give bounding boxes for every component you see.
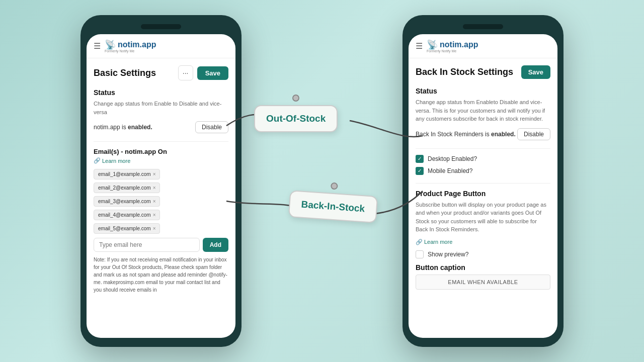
email-tag-close-3[interactable]: × xyxy=(153,199,156,204)
left-screen-content: Basic Settings ··· Save Status Change ap… xyxy=(87,58,235,338)
desktop-checkbox[interactable]: ✓ xyxy=(416,155,424,163)
left-status-text: notim.app is enabled. xyxy=(94,124,152,131)
dots-button[interactable]: ··· xyxy=(178,65,193,80)
email-tags-container: email_1@example.com × email_2@example.co… xyxy=(94,169,228,234)
email-tag-1: email_1@example.com × xyxy=(94,169,160,179)
email-tag-2: email_2@example.com × xyxy=(94,183,160,193)
hamburger-icon[interactable]: ☰ xyxy=(94,41,101,51)
desktop-check-icon: ✓ xyxy=(418,156,422,161)
mobile-check-icon: ✓ xyxy=(418,168,422,173)
right-phone: ☰ 📡 notim.app Formerly Notify Me Back In… xyxy=(403,15,564,347)
logo-text-right: notim.app xyxy=(440,40,478,49)
external-link-icon-right: 🔗 xyxy=(416,239,423,245)
add-email-button[interactable]: Add xyxy=(203,238,228,252)
left-header-actions: ··· Save xyxy=(178,65,228,80)
mobile-checkbox-label: Mobile Enabled? xyxy=(428,167,472,174)
learn-more-link-left[interactable]: 🔗 Learn more xyxy=(94,157,228,164)
right-page-header: Back In Stock Settings Save xyxy=(416,65,550,79)
product-button-title: Product Page Button xyxy=(416,190,550,198)
desktop-checkbox-row: ✓ Desktop Enabled? xyxy=(416,155,550,163)
logo-text-left: notim.app xyxy=(118,40,156,49)
app-logo-left: 📡 notim.app Formerly Notify Me xyxy=(105,39,156,53)
logo-sub-right: Formerly Notify Me xyxy=(427,49,456,53)
left-email-section: Email(s) - notim.app On 🔗 Learn more ema… xyxy=(94,148,228,294)
email-input[interactable] xyxy=(94,238,200,252)
right-phone-notch xyxy=(463,24,503,29)
right-status-desc: Change app status from Enableto Disable … xyxy=(416,98,550,123)
right-save-button[interactable]: Save xyxy=(521,65,550,79)
left-phone: ☰ 📡 notim.app Formerly Notify Me Basic S… xyxy=(80,15,242,347)
left-disable-button[interactable]: Disable xyxy=(195,121,228,133)
logo-icon-right: 📡 xyxy=(427,39,438,50)
show-preview-row: Show preview? xyxy=(416,250,550,258)
left-status-row: notim.app is enabled. Disable xyxy=(94,121,228,133)
left-page-title: Basic Settings xyxy=(94,68,156,78)
left-save-button[interactable]: Save xyxy=(197,66,228,80)
mobile-checkbox[interactable]: ✓ xyxy=(416,167,424,175)
right-status-row: Back In Stock Reminders is enabled. Disa… xyxy=(416,128,550,140)
app-header-right: ☰ 📡 notim.app Formerly Notify Me xyxy=(409,34,557,58)
logo-sub-left: Formerly Notify Me xyxy=(105,49,134,53)
external-link-icon-left: 🔗 xyxy=(94,157,101,164)
email-tag-close-5[interactable]: × xyxy=(153,226,156,231)
checkboxes-section: ✓ Desktop Enabled? ✓ Mobile Enabled? xyxy=(416,155,550,175)
desktop-checkbox-label: Desktop Enabled? xyxy=(428,155,477,162)
left-status-section: Status Change app status from Enable to … xyxy=(94,88,228,133)
mobile-checkbox-row: ✓ Mobile Enabled? xyxy=(416,167,550,175)
back-in-stock-tag: Back-In-Stock xyxy=(288,183,378,223)
hamburger-icon-right[interactable]: ☰ xyxy=(416,41,423,51)
out-of-stock-tag: Out-Of-Stock xyxy=(254,98,338,132)
email-tag-close-1[interactable]: × xyxy=(153,171,156,177)
logo-icon-left: 📡 xyxy=(105,39,116,50)
right-status-section: Status Change app status from Enableto D… xyxy=(416,87,550,140)
button-caption-label: Button caption xyxy=(416,263,550,272)
email-tag-close-2[interactable]: × xyxy=(153,185,156,191)
right-status-title: Status xyxy=(416,87,550,95)
email-note: Note: If you are not receiving email not… xyxy=(94,256,228,294)
right-phone-screen: ☰ 📡 notim.app Formerly Notify Me Back In… xyxy=(409,34,557,338)
product-button-section: Product Page Button Subscribe button wil… xyxy=(416,190,550,290)
product-button-desc: Subscribe button will display on your pr… xyxy=(416,201,550,234)
right-disable-button[interactable]: Disable xyxy=(517,128,550,140)
right-status-text: Back In Stock Reminders is enabled. xyxy=(416,131,516,138)
email-tag-4: email_4@example.com × xyxy=(94,210,160,220)
show-preview-label: Show preview? xyxy=(428,251,468,258)
right-screen-content: Back In Stock Settings Save Status Chang… xyxy=(409,58,557,338)
right-page-title: Back In Stock Settings xyxy=(416,67,513,77)
phone-notch xyxy=(141,24,181,29)
left-page-header: Basic Settings ··· Save xyxy=(94,65,228,80)
left-status-title: Status xyxy=(94,88,228,97)
left-phone-screen: ☰ 📡 notim.app Formerly Notify Me Basic S… xyxy=(87,34,235,338)
email-section-title: Email(s) - notim.app On xyxy=(94,148,228,155)
email-tag-3: email_3@example.com × xyxy=(94,196,160,207)
app-logo-right: 📡 notim.app Formerly Notify Me xyxy=(427,39,478,53)
email-input-row: Add xyxy=(94,238,228,252)
left-status-desc: Change app status from Enable to Disable… xyxy=(94,100,228,116)
email-tag-close-4[interactable]: × xyxy=(153,212,156,218)
button-caption-input[interactable] xyxy=(416,275,550,290)
app-header-left: ☰ 📡 notim.app Formerly Notify Me xyxy=(87,34,235,58)
learn-more-link-right[interactable]: 🔗 Learn more xyxy=(416,239,550,245)
show-preview-checkbox[interactable] xyxy=(416,250,424,258)
email-tag-5: email_5@example.com × xyxy=(94,223,160,234)
